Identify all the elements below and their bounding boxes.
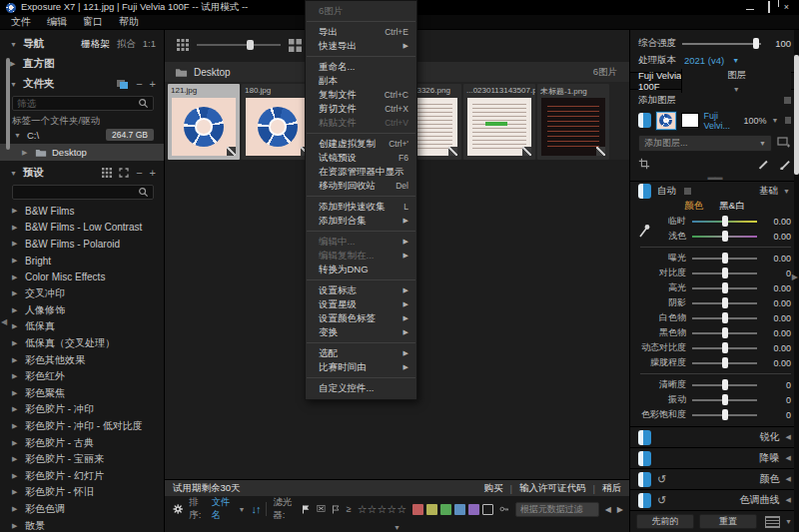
brush-icon[interactable] bbox=[779, 158, 791, 170]
restore-button[interactable] bbox=[768, 1, 770, 13]
color-label-swatch[interactable] bbox=[426, 504, 437, 515]
context-menu-item[interactable]: 比赛时间由▶ bbox=[306, 360, 416, 374]
slider-knob[interactable] bbox=[722, 312, 728, 323]
menubar-item-1[interactable]: 编辑 bbox=[40, 14, 74, 30]
folder-search[interactable] bbox=[12, 96, 154, 111]
presets-panel-header[interactable]: ▼ 预设 − + bbox=[0, 163, 164, 183]
expand-icon[interactable]: ▶ bbox=[12, 372, 20, 380]
color-label-swatch[interactable] bbox=[468, 504, 479, 515]
panel-collapse-icon[interactable]: ◀ bbox=[786, 454, 791, 462]
slider-track[interactable] bbox=[692, 221, 757, 223]
minimize-button[interactable] bbox=[746, 9, 754, 10]
layer-option-box[interactable] bbox=[785, 117, 791, 124]
slider-knob[interactable] bbox=[722, 327, 728, 338]
expand-icon[interactable]: ▶ bbox=[12, 273, 20, 281]
overall-intensity-slider[interactable] bbox=[682, 43, 761, 45]
history-dropdown-icon[interactable]: ▼ bbox=[785, 518, 793, 525]
preset-folder[interactable]: ▶彩色胶片 - 古典 bbox=[0, 434, 164, 451]
panel-drag-handle[interactable]: ▬▬ bbox=[630, 174, 799, 181]
expand-icon[interactable]: ▶ bbox=[12, 339, 20, 347]
history-list-icon[interactable] bbox=[765, 516, 780, 528]
panel-header-锐化[interactable]: 锐化◀ bbox=[630, 426, 799, 447]
tab-color[interactable]: 颜色 bbox=[684, 200, 703, 213]
slider-knob[interactable] bbox=[722, 357, 728, 368]
expand-icon[interactable]: ▶ bbox=[12, 439, 20, 447]
context-menu-item[interactable]: 自定义控件... bbox=[306, 381, 416, 395]
basic-collapse-icon[interactable]: ▼ bbox=[783, 188, 791, 195]
expand-icon[interactable]: ▶ bbox=[12, 472, 20, 480]
drive-row[interactable]: ▼ C:\ 264.7 GB bbox=[0, 127, 164, 143]
layer-opacity-value[interactable]: 100% bbox=[743, 116, 766, 126]
nav-collapse-icon[interactable]: ▼ bbox=[10, 41, 18, 48]
nav-panel-header[interactable]: ▼ 导航 栅格架 拟合 1:1 bbox=[0, 34, 164, 54]
flag-pick-icon[interactable] bbox=[302, 503, 311, 516]
expand-icon[interactable]: ▶ bbox=[12, 306, 20, 314]
auto-button[interactable]: 自动 bbox=[657, 185, 676, 198]
menubar-item-0[interactable]: 文件 bbox=[4, 14, 38, 30]
color-label-swatch[interactable] bbox=[412, 504, 423, 515]
reset-icon[interactable]: ↺ bbox=[657, 495, 666, 505]
slider-knob[interactable] bbox=[722, 394, 728, 405]
left-panel-collapse-arrow[interactable]: ◀ bbox=[1, 317, 7, 326]
preset-folder[interactable]: ▶彩色聚焦 bbox=[0, 385, 164, 402]
expand-icon[interactable]: ▶ bbox=[12, 257, 20, 265]
context-menu-item[interactable]: 快速导出▶ bbox=[306, 39, 416, 53]
presets-collapse-icon[interactable]: ▼ bbox=[10, 170, 18, 177]
slider-track[interactable] bbox=[692, 236, 757, 238]
add-preset-button[interactable]: + bbox=[150, 168, 156, 178]
slider-knob[interactable] bbox=[722, 379, 728, 390]
flag-unpick-icon[interactable] bbox=[332, 503, 341, 516]
context-menu-item[interactable]: 设置标志▶ bbox=[306, 283, 416, 297]
reset-button[interactable]: 重置 bbox=[699, 514, 757, 529]
color-label-swatch[interactable] bbox=[440, 504, 451, 515]
folder-expand-icon[interactable]: ▶ bbox=[22, 149, 30, 157]
context-menu-item[interactable]: 重命名... bbox=[306, 60, 416, 74]
thumbnail-cell[interactable]: 180.jpg bbox=[242, 84, 314, 160]
preset-folder[interactable]: ▶人像修饰 bbox=[0, 302, 164, 319]
context-menu-item[interactable]: 创建虚拟复制Ctrl+' bbox=[306, 137, 416, 151]
expand-icon[interactable]: ▶ bbox=[12, 322, 20, 330]
expand-icon[interactable]: ▶ bbox=[12, 240, 20, 248]
slider-knob[interactable] bbox=[722, 267, 728, 278]
folders-panel-header[interactable]: ▼ 文件夹 − + bbox=[0, 74, 164, 94]
folders-collapse-icon[interactable]: ▼ bbox=[10, 81, 18, 88]
metadata-filter-input[interactable] bbox=[515, 502, 599, 517]
view-option-fit[interactable]: 拟合 bbox=[117, 38, 136, 51]
small-grid-icon[interactable] bbox=[177, 39, 189, 51]
thumbnail-image[interactable] bbox=[246, 98, 310, 156]
reset-icon[interactable]: ↺ bbox=[657, 474, 666, 484]
expand-icon[interactable]: ▶ bbox=[12, 389, 20, 397]
context-menu-item[interactable]: 复制文件Ctrl+C bbox=[306, 88, 416, 102]
thumbnail-image[interactable] bbox=[172, 98, 236, 156]
context-menu-item[interactable]: 副本 bbox=[306, 74, 416, 88]
slider-knob[interactable] bbox=[722, 231, 728, 242]
expand-icon[interactable]: ▶ bbox=[12, 505, 20, 513]
context-menu-item[interactable]: 设置星级▶ bbox=[306, 297, 416, 311]
context-menu-item[interactable]: 添加到快速收集L bbox=[306, 200, 416, 214]
layer-mask-thumbnail[interactable] bbox=[681, 113, 699, 128]
eyedropper-icon[interactable] bbox=[638, 220, 650, 240]
histogram-panel-header[interactable]: ▶ 直方图 bbox=[0, 54, 164, 74]
expand-icon[interactable]: ▶ bbox=[12, 207, 20, 215]
add-layer-dropdown[interactable]: 添加图层... ▼ bbox=[638, 135, 772, 152]
preset-folder[interactable]: ▶彩色胶片 - 幻灯片 bbox=[0, 468, 164, 485]
right-panel-collapse-arrow[interactable]: ▶ bbox=[792, 272, 798, 281]
thumbnail-cell[interactable]: 未标题-1.png bbox=[537, 84, 609, 160]
process-version-dropdown-icon[interactable]: ▼ bbox=[732, 57, 740, 64]
slider-track[interactable] bbox=[692, 399, 757, 401]
layers-collapse-icon[interactable]: ▼ bbox=[733, 86, 741, 93]
thumbnail-size-slider[interactable] bbox=[197, 44, 281, 46]
thumbnail-image[interactable] bbox=[467, 98, 531, 156]
layer-opacity-dropdown-icon[interactable]: ▼ bbox=[771, 117, 778, 124]
slider-track[interactable] bbox=[692, 272, 757, 274]
context-menu-item[interactable]: 转换为DNG bbox=[306, 263, 416, 276]
context-menu-item[interactable]: 设置颜色标签▶ bbox=[306, 311, 416, 325]
basic-panel-toggle[interactable] bbox=[638, 184, 651, 199]
filter-next-icon[interactable]: ▶ bbox=[617, 505, 623, 514]
preset-folder[interactable]: ▶彩色红外 bbox=[0, 368, 164, 385]
large-grid-icon[interactable] bbox=[289, 39, 302, 52]
folder-view-icon[interactable] bbox=[116, 79, 129, 90]
layer-thumbnail[interactable] bbox=[656, 112, 676, 130]
slider-track[interactable] bbox=[692, 317, 757, 319]
panel-toggle[interactable] bbox=[638, 451, 651, 466]
